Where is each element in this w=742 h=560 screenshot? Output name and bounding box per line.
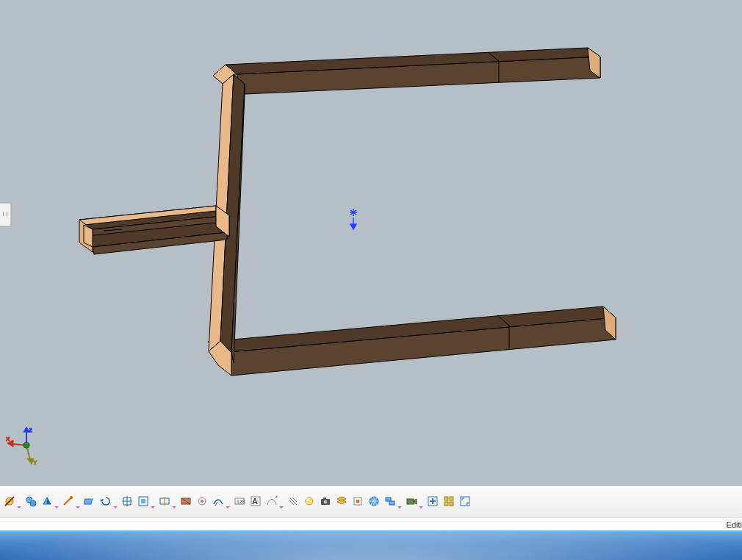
svg-line-9 — [497, 315, 509, 326]
normal-view-icon — [159, 495, 170, 509]
svg-marker-14 — [209, 341, 231, 376]
fit-icon — [137, 495, 149, 509]
normal-view-button[interactable] — [156, 493, 173, 511]
axis-triad-icon: Z X Y — [6, 426, 41, 470]
svg-line-26 — [350, 210, 356, 215]
svg-rect-75 — [407, 499, 414, 504]
view-compass-icon — [345, 209, 361, 229]
shading-icon — [41, 495, 53, 509]
svg-point-44 — [70, 496, 73, 499]
svg-rect-51 — [141, 499, 145, 503]
svg-marker-19 — [93, 232, 227, 254]
rotate-icon — [100, 495, 112, 509]
sketch-icon — [266, 495, 278, 509]
isolate-button[interactable] — [350, 493, 366, 511]
svg-marker-1 — [226, 48, 600, 74]
camera-button[interactable] — [403, 493, 419, 511]
svg-marker-7 — [603, 306, 616, 340]
section-icon — [180, 495, 192, 509]
pan-icon — [121, 495, 133, 509]
plane-button[interactable] — [82, 493, 98, 511]
full-screen-icon — [459, 495, 471, 509]
multi-view-icon — [443, 495, 455, 509]
curve-icon — [212, 495, 224, 509]
svg-point-63 — [306, 498, 313, 505]
dimensions-button[interactable]: 128 — [231, 493, 248, 511]
isolate-icon — [352, 495, 364, 509]
svg-marker-13 — [213, 65, 237, 84]
edge-icon — [62, 495, 74, 509]
named-views-button[interactable] — [382, 493, 398, 511]
status-bar: Editi — [0, 517, 742, 531]
axis-y-label: Y — [33, 459, 37, 466]
shading-button[interactable] — [39, 493, 55, 511]
svg-marker-76 — [414, 499, 417, 504]
svg-marker-0 — [237, 57, 600, 94]
svg-marker-2 — [588, 48, 600, 78]
hide-show-icon — [4, 495, 15, 509]
svg-marker-21 — [84, 225, 93, 247]
svg-marker-15 — [79, 206, 229, 229]
axis-z-label: Z — [29, 427, 32, 434]
multi-view-button[interactable] — [441, 493, 457, 511]
create-view-button[interactable] — [425, 493, 441, 511]
model-viewport[interactable]: .top { fill:#4f3a28; stroke:#000; stroke… — [0, 0, 742, 485]
fit-button[interactable] — [135, 493, 151, 511]
svg-marker-33 — [7, 440, 13, 447]
svg-rect-45 — [84, 499, 93, 504]
hide-show-button[interactable] — [1, 493, 18, 511]
sketch-button[interactable] — [264, 493, 280, 511]
capture-button[interactable] — [317, 493, 334, 511]
globe-button[interactable] — [366, 493, 382, 511]
render-button[interactable] — [301, 493, 317, 511]
rotate-button[interactable] — [98, 493, 114, 511]
svg-line-22 — [104, 229, 122, 231]
svg-marker-46 — [100, 499, 104, 502]
svg-rect-74 — [389, 501, 395, 505]
capture-icon — [320, 495, 331, 509]
curve-button[interactable] — [210, 493, 226, 511]
full-screen-button[interactable] — [457, 493, 473, 511]
svg-point-57 — [201, 500, 203, 503]
swap-visible-icon — [25, 495, 37, 509]
svg-marker-16 — [93, 215, 229, 252]
axis-x-label: X — [6, 436, 10, 442]
svg-line-4 — [488, 52, 499, 61]
svg-marker-20 — [79, 220, 93, 252]
layers-button[interactable] — [334, 493, 350, 511]
thread-icon — [287, 495, 299, 509]
edge-button[interactable] — [60, 493, 76, 511]
svg-marker-62 — [275, 495, 278, 498]
clip-button[interactable] — [194, 493, 210, 511]
svg-point-64 — [306, 498, 309, 501]
text-ann-button[interactable]: A — [248, 493, 264, 511]
svg-line-34 — [26, 445, 30, 460]
side-panel-toggle[interactable] — [0, 203, 11, 226]
plane-icon — [84, 495, 96, 509]
svg-rect-80 — [444, 497, 448, 500]
svg-marker-29 — [350, 224, 356, 229]
os-taskbar[interactable] — [0, 531, 742, 560]
svg-rect-82 — [444, 502, 448, 506]
svg-line-32 — [12, 444, 26, 445]
svg-marker-17 — [79, 206, 216, 225]
svg-marker-6 — [208, 306, 616, 353]
svg-point-66 — [324, 500, 328, 504]
svg-rect-81 — [450, 497, 453, 500]
svg-marker-10 — [209, 74, 234, 351]
svg-rect-67 — [323, 498, 326, 500]
named-views-icon — [384, 495, 396, 509]
pan-button[interactable] — [119, 493, 135, 511]
thread-button[interactable] — [285, 493, 301, 511]
layers-icon — [336, 495, 347, 509]
swap-visible-button[interactable] — [23, 493, 39, 511]
section-button[interactable] — [178, 493, 194, 511]
svg-rect-84 — [461, 497, 469, 506]
svg-point-40 — [30, 500, 36, 506]
svg-rect-73 — [386, 498, 391, 501]
render-icon — [303, 495, 315, 509]
svg-rect-83 — [450, 502, 453, 506]
svg-marker-11 — [220, 74, 245, 353]
text-ann-icon: A — [250, 495, 262, 509]
status-text: Editi — [727, 520, 742, 529]
